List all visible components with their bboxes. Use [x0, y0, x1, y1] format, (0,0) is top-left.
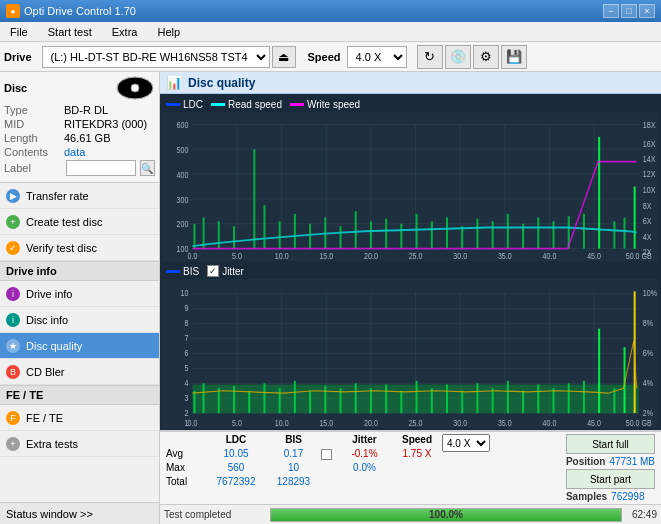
svg-rect-64	[476, 219, 478, 249]
svg-rect-121	[192, 385, 638, 414]
fe-te-header: FE / TE	[0, 385, 159, 405]
svg-text:5.0: 5.0	[232, 418, 242, 428]
nav-disc-quality[interactable]: ★ Disc quality	[0, 333, 159, 359]
svg-text:300: 300	[177, 195, 189, 205]
verify-test-disc-icon: ✓	[6, 241, 20, 255]
svg-text:6%: 6%	[643, 348, 653, 358]
disc-button[interactable]: 💿	[445, 45, 471, 69]
svg-text:4: 4	[184, 378, 188, 388]
start-part-button[interactable]: Start part	[566, 469, 655, 489]
write-speed-color	[290, 103, 304, 106]
sidebar: Disc Type BD-R DL MID RITEKDR3 (000) Len…	[0, 72, 160, 524]
svg-text:8%: 8%	[643, 319, 653, 329]
svg-rect-128	[279, 388, 281, 413]
jitter-checkbox[interactable]: ✓	[207, 265, 219, 277]
nav-disc-info[interactable]: i Disc info	[0, 307, 159, 333]
svg-text:0.0: 0.0	[188, 418, 198, 428]
ldc-legend-label: LDC	[183, 99, 203, 110]
speed-stats-select[interactable]: 4.0 X	[442, 434, 490, 452]
settings-button[interactable]: ⚙	[473, 45, 499, 69]
nav-verify-test-disc[interactable]: ✓ Verify test disc	[0, 235, 159, 261]
disc-icon	[115, 76, 155, 100]
menu-bar: File Start test Extra Help	[0, 22, 661, 42]
svg-rect-145	[537, 385, 539, 414]
svg-text:50.0 GB: 50.0 GB	[626, 251, 652, 261]
title-bar: ● Opti Drive Control 1.70 − □ ×	[0, 0, 661, 22]
nav-disc-info-label: Disc info	[26, 314, 68, 326]
svg-text:15.0: 15.0	[319, 418, 333, 428]
refresh-button[interactable]: ↻	[417, 45, 443, 69]
svg-rect-51	[279, 221, 281, 248]
nav-create-test-disc[interactable]: + Create test disc	[0, 209, 159, 235]
extra-tests-icon: +	[6, 437, 20, 451]
speed-label-col: Speed 1.75 X	[392, 434, 442, 490]
ldc-avg: 10.05	[206, 448, 266, 462]
nav-transfer-rate-label: Transfer rate	[26, 190, 89, 202]
nav-fe-te[interactable]: F FE / TE	[0, 405, 159, 431]
speed-dropdown-col: 4.0 X	[442, 434, 492, 490]
nav-extra-tests-label: Extra tests	[26, 438, 78, 450]
drive-select[interactable]: (L:) HL-DT-ST BD-RE WH16NS58 TST4	[42, 46, 270, 68]
disc-contents-label: Contents	[4, 146, 64, 158]
svg-text:2%: 2%	[643, 408, 653, 418]
eject-button[interactable]: ⏏	[272, 46, 296, 68]
disc-quality-icon: ★	[6, 339, 20, 353]
disc-contents-value: data	[64, 146, 85, 158]
disc-panel-title: Disc	[4, 82, 27, 94]
nav-transfer-rate[interactable]: ▶ Transfer rate	[0, 183, 159, 209]
svg-text:20.0: 20.0	[364, 251, 378, 261]
chart-header-icon: 📊	[166, 75, 182, 90]
max-label: Max	[166, 462, 206, 476]
disc-type-value: BD-R DL	[64, 104, 108, 116]
disc-length-value: 46.61 GB	[64, 132, 110, 144]
svg-text:7: 7	[184, 333, 188, 343]
start-full-button[interactable]: Start full	[566, 434, 655, 454]
bis-legend-label: BIS	[183, 266, 199, 277]
bis-color	[166, 270, 180, 273]
status-window-button[interactable]: Status window >>	[0, 502, 159, 524]
stats-row-labels: Avg Max Total	[166, 434, 206, 490]
svg-rect-59	[400, 224, 402, 249]
svg-rect-134	[370, 388, 372, 413]
svg-point-1	[131, 84, 139, 92]
svg-rect-140	[461, 391, 463, 413]
svg-text:35.0: 35.0	[498, 251, 512, 261]
nav-cd-bler[interactable]: B CD Bler	[0, 359, 159, 385]
total-label: Total	[166, 476, 206, 490]
menu-file[interactable]: File	[4, 24, 34, 40]
position-label: Position	[566, 456, 605, 467]
stats-panel: Avg Max Total LDC 10.05 560 7672392 BIS …	[160, 430, 661, 524]
disc-label-input[interactable]	[66, 160, 136, 176]
menu-help[interactable]: Help	[151, 24, 186, 40]
svg-rect-58	[385, 219, 387, 249]
menu-start-test[interactable]: Start test	[42, 24, 98, 40]
close-button[interactable]: ×	[639, 4, 655, 18]
save-button[interactable]: 💾	[501, 45, 527, 69]
bis-total: 128293	[266, 476, 321, 490]
svg-rect-123	[203, 383, 205, 413]
app-title: Opti Drive Control 1.70	[24, 5, 136, 17]
charts-container: LDC Read speed Write speed	[160, 94, 661, 430]
jitter-check[interactable]: ✓	[321, 449, 332, 460]
checkbox-col: ✓	[321, 434, 337, 490]
chart-panel-header: 📊 Disc quality	[160, 72, 661, 94]
lower-chart: BIS ✓ Jitter	[162, 263, 659, 428]
disc-label-browse-button[interactable]: 🔍	[140, 160, 155, 176]
progress-percentage: 100.0%	[271, 509, 621, 521]
status-text: Test completed	[164, 509, 264, 520]
svg-text:4%: 4%	[643, 378, 653, 388]
minimize-button[interactable]: −	[603, 4, 619, 18]
status-window-label: Status window >>	[6, 508, 93, 520]
nav-drive-info[interactable]: i Drive info	[0, 281, 159, 307]
svg-text:15.0: 15.0	[319, 251, 333, 261]
menu-extra[interactable]: Extra	[106, 24, 144, 40]
svg-text:600: 600	[177, 120, 189, 130]
nav-extra-tests[interactable]: + Extra tests	[0, 431, 159, 457]
nav-verify-test-disc-label: Verify test disc	[26, 242, 97, 254]
bis-header: BIS	[266, 434, 321, 448]
maximize-button[interactable]: □	[621, 4, 637, 18]
speed-select[interactable]: 4.0 X	[347, 46, 407, 68]
svg-rect-144	[522, 391, 524, 413]
svg-text:4X: 4X	[643, 232, 652, 242]
bis-max: 10	[266, 462, 321, 476]
